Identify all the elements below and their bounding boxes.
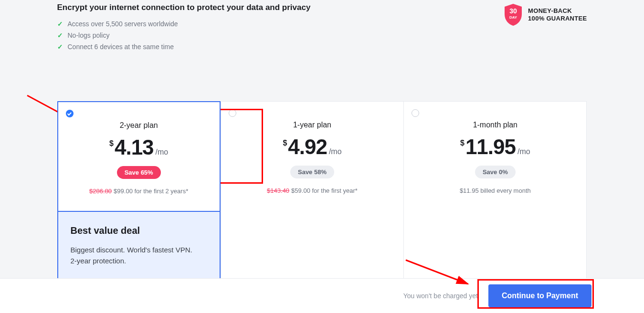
guarantee-badge: 30 DAY MONEY-BACK 100% GUARANTEE xyxy=(503,3,587,27)
plan-card-1month[interactable]: 1-month plan $ 11.95 /mo Save 0% $11.95 … xyxy=(404,101,587,282)
plan-card-2year[interactable]: 2-year plan $ 4.13 /mo Save 65% $286.80$… xyxy=(57,101,221,212)
charge-note: You won't be charged yet xyxy=(403,292,478,300)
best-value-title: Best value deal xyxy=(71,225,207,236)
per-month: /mo xyxy=(156,148,169,156)
per-month: /mo xyxy=(329,147,342,156)
fineprint: $11.95 billed every month xyxy=(460,187,531,194)
feature-item: ✓ Connect 6 devices at the same time xyxy=(57,43,504,51)
guarantee-line1: MONEY-BACK xyxy=(528,7,587,15)
price: 11.95 xyxy=(465,135,516,159)
strike-price: $143.40 xyxy=(267,187,289,194)
currency: $ xyxy=(109,139,114,148)
shield-day: DAY xyxy=(509,15,517,20)
save-badge: Save 0% xyxy=(475,166,516,178)
best-value-panel: Best value deal Biggest discount. World'… xyxy=(57,212,221,282)
footer-bar: You won't be charged yet Continue to Pay… xyxy=(0,278,644,313)
fineprint: $99.00 for the first 2 years* xyxy=(114,188,188,195)
currency: $ xyxy=(283,139,287,147)
radio-icon[interactable] xyxy=(412,109,419,117)
feature-item: ✓ No-logs policy xyxy=(57,31,504,39)
shield-icon: 30 DAY xyxy=(503,3,523,27)
plan-name: 2-year plan xyxy=(68,121,210,130)
feature-text: No-logs policy xyxy=(68,31,110,39)
plan-card-1year[interactable]: 1-year plan $ 4.92 /mo Save 58% $143.40$… xyxy=(221,101,404,282)
plan-name: 1-year plan xyxy=(231,121,394,129)
page-subtitle: Encrypt your internet connection to prot… xyxy=(57,3,504,12)
fineprint: $59.00 for the first year* xyxy=(291,187,358,194)
check-icon: ✓ xyxy=(57,31,63,39)
continue-to-payment-button[interactable]: Continue to Payment xyxy=(488,284,591,307)
save-badge: Save 65% xyxy=(117,166,161,179)
plan-name: 1-month plan xyxy=(413,121,577,129)
feature-text: Connect 6 devices at the same time xyxy=(68,43,174,51)
check-icon: ✓ xyxy=(57,43,63,51)
feature-item: ✓ Access over 5,500 servers worldwide xyxy=(57,20,504,28)
radio-selected-icon[interactable] xyxy=(66,110,74,117)
shield-number: 30 xyxy=(509,7,517,15)
price: 4.92 xyxy=(288,135,327,159)
guarantee-line2: 100% GUARANTEE xyxy=(528,15,587,22)
save-badge: Save 58% xyxy=(290,166,334,178)
check-icon: ✓ xyxy=(57,20,63,28)
currency: $ xyxy=(460,139,465,147)
plans-row: 2-year plan $ 4.13 /mo Save 65% $286.80$… xyxy=(57,101,587,282)
best-value-desc: Biggest discount. World's fastest VPN. 2… xyxy=(71,245,195,266)
radio-icon[interactable] xyxy=(229,109,236,117)
feature-text: Access over 5,500 servers worldwide xyxy=(68,20,178,28)
per-month: /mo xyxy=(517,147,530,156)
price: 4.13 xyxy=(115,136,154,159)
strike-price: $286.80 xyxy=(89,188,112,195)
feature-list: ✓ Access over 5,500 servers worldwide ✓ … xyxy=(57,20,504,51)
